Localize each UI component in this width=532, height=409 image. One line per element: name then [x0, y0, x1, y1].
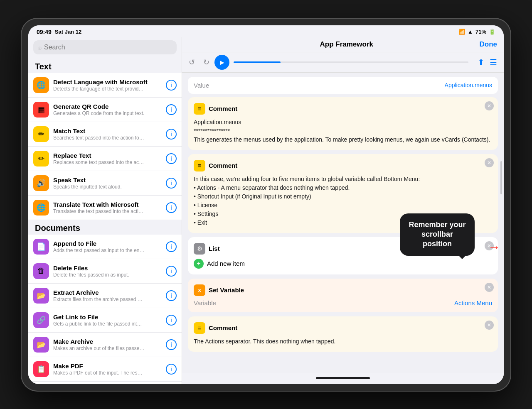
- search-bar[interactable]: ⌕: [33, 40, 177, 54]
- generate-qr-icon: ▦: [33, 102, 49, 118]
- battery-icon: 🔋: [489, 29, 495, 35]
- add-item-circle: +: [194, 259, 204, 269]
- generate-qr-name: Generate QR Code: [53, 103, 166, 110]
- make-archive-desc: Makes an archive out of the files passed…: [53, 345, 145, 351]
- battery-label: 71%: [475, 29, 486, 35]
- tooltip-bubble: Remember your scrollbar position: [400, 213, 475, 255]
- right-panel-title: App Framework: [214, 40, 480, 49]
- done-button[interactable]: Done: [480, 40, 498, 49]
- extract-archive-name: Extract Archive: [53, 289, 166, 296]
- play-button[interactable]: ▶: [214, 55, 229, 70]
- sidebar-item-speak-text[interactable]: 🔊 Speak Text Speaks the inputted text al…: [28, 171, 182, 196]
- translate-text-info-btn[interactable]: i: [166, 202, 177, 213]
- translate-text-icon: 🌐: [33, 200, 49, 216]
- speak-text-info-btn[interactable]: i: [166, 178, 177, 189]
- settings-button[interactable]: ☰: [490, 57, 497, 67]
- append-file-name: Append to File: [53, 240, 166, 247]
- bottom-bar: [182, 373, 504, 384]
- generate-qr-desc: Generates a QR code from the input text.: [53, 110, 145, 116]
- delete-files-name: Delete Files: [53, 265, 166, 272]
- comment-1-icon: ≡: [194, 103, 205, 115]
- variable-row: Variable Actions Menu: [194, 299, 492, 306]
- make-pdf-desc: Makes a PDF out of the input. The result…: [53, 370, 145, 376]
- setvariable-header: x Set Variable: [194, 284, 492, 296]
- append-file-info-btn[interactable]: i: [166, 241, 177, 252]
- comment-2-close[interactable]: ✕: [485, 158, 494, 167]
- sidebar-item-generate-qr[interactable]: ▦ Generate QR Code Generates a QR code f…: [28, 98, 182, 122]
- comment-2-title: Comment: [209, 162, 237, 169]
- redo-button[interactable]: ↻: [203, 58, 209, 67]
- header-actions: Done: [480, 40, 498, 49]
- tooltip-text: Remember your scrollbar position: [409, 220, 466, 248]
- replace-text-name: Replace Text: [53, 152, 166, 159]
- right-toolbar: ⬆ ☰: [478, 57, 497, 67]
- right-panel: App Framework Done ↺ ↻ ▶: [182, 37, 504, 384]
- detect-language-info-btn[interactable]: i: [166, 80, 177, 91]
- sidebar-item-translate-text[interactable]: 🌐 Translate Text with Microsoft Translat…: [28, 196, 182, 220]
- progress-area: ▶: [214, 55, 473, 70]
- sidebar-item-make-pdf[interactable]: 📋 Make PDF Makes a PDF out of the input.…: [28, 357, 182, 382]
- match-text-icon: ✏: [33, 126, 49, 142]
- comment-card-2-header: ≡ Comment: [194, 160, 492, 171]
- signal-icon: ▲: [468, 29, 473, 35]
- device-frame: 09:49 Sat Jan 12 📶 ▲ 71% 🔋 ⌕: [21, 18, 511, 392]
- sidebar: ⌕ Text 🌐 Detect Language with Microsoft …: [28, 37, 182, 384]
- sidebar-item-match-text[interactable]: ✏ Match Text Searches text passed into t…: [28, 122, 182, 147]
- match-text-desc: Searches text passed into the action for…: [53, 135, 145, 141]
- append-file-desc: Adds the text passed as input to the end…: [53, 247, 145, 253]
- delete-files-desc: Delete the files passed in as input.: [53, 272, 145, 278]
- setvariable-close[interactable]: ✕: [485, 283, 494, 292]
- delete-files-info-btn[interactable]: i: [166, 266, 177, 277]
- add-item-row[interactable]: + Add new item: [194, 259, 492, 269]
- make-archive-icon: 📂: [33, 337, 49, 353]
- undo-button[interactable]: ↺: [189, 58, 195, 67]
- nav-bar: ↺ ↻ ▶ ⬆ ☰: [182, 52, 504, 73]
- list-icon: ⚙: [194, 243, 205, 255]
- comment-1-close[interactable]: ✕: [485, 101, 494, 110]
- variable-value: Actions Menu: [454, 299, 492, 306]
- generate-qr-info-btn[interactable]: i: [166, 104, 177, 115]
- comment-card-1: ≡ Comment ✕ Application.menus***********…: [188, 97, 498, 150]
- extract-archive-desc: Extracts files from the archive passed a…: [53, 296, 145, 302]
- workflow-area[interactable]: Value Application.menus ≡ Comment ✕ Appl…: [182, 73, 504, 373]
- extract-archive-icon: 📂: [33, 288, 49, 304]
- variable-label: Variable: [194, 299, 216, 306]
- comment-3-close[interactable]: ✕: [485, 321, 494, 330]
- comment-card-1-header: ≡ Comment: [194, 103, 492, 115]
- sidebar-item-quick-look[interactable]: 👁 Quick Look Previews the content passed…: [28, 382, 182, 384]
- setvariable-icon: x: [194, 284, 205, 296]
- detect-language-icon: 🌐: [33, 77, 49, 93]
- sidebar-item-append-file[interactable]: 📄 Append to File Adds the text passed as…: [28, 235, 182, 259]
- make-pdf-info-btn[interactable]: i: [166, 364, 177, 375]
- status-icons: 📶 ▲ 71% 🔋: [458, 29, 495, 35]
- match-text-info-btn[interactable]: i: [166, 129, 177, 140]
- speak-text-icon: 🔊: [33, 175, 49, 191]
- comment-3-icon: ≡: [194, 322, 205, 334]
- make-archive-info-btn[interactable]: i: [166, 339, 177, 350]
- sidebar-item-delete-files[interactable]: 🗑 Delete Files Delete the files passed i…: [28, 259, 182, 284]
- get-link-name: Get Link to File: [53, 313, 166, 321]
- comment-1-title: Comment: [209, 105, 237, 112]
- sidebar-item-get-link[interactable]: 🔗 Get Link to File Gets a public link to…: [28, 308, 182, 333]
- get-link-info-btn[interactable]: i: [166, 315, 177, 326]
- detect-language-name: Detect Language with Microsoft: [53, 78, 166, 86]
- comment-card-3-header: ≡ Comment: [194, 322, 492, 334]
- sidebar-item-detect-language[interactable]: 🌐 Detect Language with Microsoft Detects…: [28, 73, 182, 98]
- value-label: Value: [194, 82, 209, 89]
- nav-buttons: ↺ ↻: [189, 58, 209, 67]
- replace-text-icon: ✏: [33, 151, 49, 167]
- sidebar-item-make-archive[interactable]: 📂 Make Archive Makes an archive out of t…: [28, 333, 182, 357]
- comment-2-icon: ≡: [194, 160, 205, 171]
- speak-text-desc: Speaks the inputted text aloud.: [53, 184, 145, 190]
- main-area: ⌕ Text 🌐 Detect Language with Microsoft …: [28, 37, 504, 384]
- replace-text-info-btn[interactable]: i: [166, 153, 177, 164]
- search-input[interactable]: [44, 44, 172, 51]
- extract-archive-info-btn[interactable]: i: [166, 290, 177, 301]
- wifi-icon: 📶: [458, 29, 465, 35]
- share-button[interactable]: ⬆: [478, 57, 485, 67]
- sidebar-item-replace-text[interactable]: ✏ Replace Text Replaces some text passed…: [28, 147, 182, 171]
- sidebar-item-extract-archive[interactable]: 📂 Extract Archive Extracts files from th…: [28, 284, 182, 308]
- comment-3-title: Comment: [209, 324, 237, 331]
- match-text-name: Match Text: [53, 127, 166, 135]
- status-time: 09:49: [37, 29, 52, 35]
